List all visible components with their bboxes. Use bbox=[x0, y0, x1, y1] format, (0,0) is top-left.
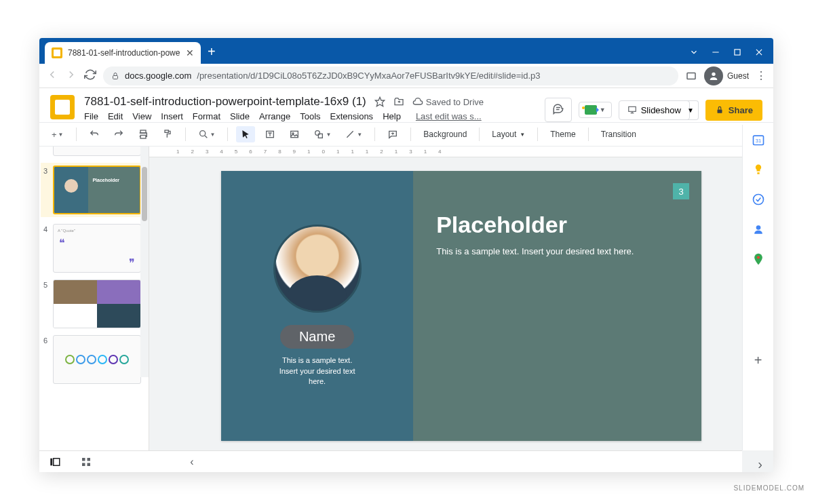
url-domain: docs.google.com bbox=[125, 71, 191, 81]
redo-button[interactable] bbox=[109, 126, 128, 142]
menu-view[interactable]: View bbox=[132, 111, 151, 121]
slide-title[interactable]: Placeholder bbox=[436, 212, 678, 238]
save-status[interactable]: Saved to Drive bbox=[412, 96, 484, 107]
profile-avatar[interactable] bbox=[704, 66, 723, 85]
slide-thumbnail[interactable]: Placeholder bbox=[53, 166, 141, 214]
browser-tab[interactable]: 7881-01-self-introduction-powe ✕ bbox=[45, 42, 201, 64]
share-button[interactable]: Share bbox=[705, 100, 762, 121]
thumb-number: 4 bbox=[43, 224, 50, 273]
url-path: /presentation/d/1D9CiL08o5T6ZzJD0xB9CYyM… bbox=[197, 71, 540, 81]
background-button[interactable]: Background bbox=[419, 127, 471, 142]
new-tab-button[interactable]: + bbox=[208, 44, 216, 60]
forward-button[interactable] bbox=[65, 69, 77, 83]
slides-favicon-icon bbox=[52, 47, 62, 58]
tab-title: 7881-01-self-introduction-powe bbox=[68, 48, 180, 58]
slide-thumbnail[interactable] bbox=[53, 279, 141, 328]
svg-point-6 bbox=[712, 72, 715, 75]
menu-file[interactable]: File bbox=[84, 111, 98, 121]
move-folder-icon[interactable] bbox=[393, 96, 404, 107]
slideshow-button[interactable]: Slideshow bbox=[619, 100, 690, 120]
comments-button[interactable] bbox=[545, 98, 572, 122]
minimize-icon[interactable] bbox=[711, 47, 720, 57]
transition-button[interactable]: Transition bbox=[597, 127, 640, 142]
svg-point-34 bbox=[756, 256, 759, 258]
menu-tools[interactable]: Tools bbox=[300, 111, 320, 121]
line-tool[interactable]: ▼ bbox=[341, 126, 366, 142]
chrome-menu-icon[interactable]: ⋮ bbox=[756, 69, 767, 82]
slides-logo-icon[interactable] bbox=[50, 95, 75, 119]
url-field[interactable]: docs.google.com/presentation/d/1D9CiL08o… bbox=[103, 66, 678, 85]
menu-arrange[interactable]: Arrange bbox=[259, 111, 290, 121]
svg-marker-7 bbox=[375, 97, 384, 106]
svg-rect-35 bbox=[50, 458, 52, 465]
zoom-button[interactable]: ▼ bbox=[194, 126, 220, 142]
maximize-icon[interactable] bbox=[733, 47, 742, 57]
print-button[interactable] bbox=[134, 126, 153, 142]
slide[interactable]: Name This is a sample text. Insert your … bbox=[221, 171, 701, 441]
reload-button[interactable] bbox=[84, 69, 96, 83]
menu-insert[interactable]: Insert bbox=[161, 111, 183, 121]
comment-tool[interactable] bbox=[383, 126, 402, 142]
canvas-viewport[interactable]: Name This is a sample text. Insert your … bbox=[149, 157, 773, 472]
slide-thumbnail[interactable] bbox=[53, 335, 141, 384]
address-bar: docs.google.com/presentation/d/1D9CiL08o… bbox=[39, 64, 773, 88]
svg-line-18 bbox=[205, 136, 207, 138]
slide-description[interactable]: This is a sample text. Insert your desir… bbox=[436, 246, 678, 256]
meet-button[interactable]: ▼ bbox=[579, 102, 612, 118]
menu-extensions[interactable]: Extensions bbox=[330, 111, 374, 121]
undo-button[interactable] bbox=[85, 126, 104, 142]
avatar-image[interactable] bbox=[273, 225, 362, 313]
scroll-right-icon[interactable]: › bbox=[758, 457, 762, 472]
filmstrip-view-icon[interactable] bbox=[49, 456, 61, 468]
keep-icon[interactable] bbox=[752, 163, 765, 176]
svg-rect-31 bbox=[757, 172, 759, 174]
textbox-tool[interactable] bbox=[260, 126, 279, 142]
toolbar: +▼ ▼ ▼ ▼ Background Layout▼ Theme Transi… bbox=[39, 122, 773, 147]
slide-number-badge: 3 bbox=[673, 183, 689, 199]
watermark: SLIDEMODEL.COM bbox=[733, 484, 805, 492]
svg-point-32 bbox=[753, 195, 763, 205]
back-button[interactable] bbox=[46, 69, 58, 83]
thumb-number: 6 bbox=[43, 335, 50, 384]
svg-rect-1 bbox=[735, 50, 740, 55]
close-tab-icon[interactable]: ✕ bbox=[186, 47, 194, 58]
browser-tab-bar: 7881-01-self-introduction-powe ✕ + bbox=[39, 38, 773, 64]
contacts-icon[interactable] bbox=[752, 222, 765, 236]
collapse-filmstrip-icon[interactable]: ‹ bbox=[190, 456, 193, 468]
select-tool[interactable] bbox=[236, 126, 255, 142]
tasks-icon[interactable] bbox=[752, 193, 765, 206]
star-icon[interactable] bbox=[374, 96, 385, 107]
slide-left-panel: Name This is a sample text. Insert your … bbox=[221, 171, 413, 441]
theme-button[interactable]: Theme bbox=[546, 127, 579, 142]
thumbnail-scrollbar[interactable] bbox=[140, 147, 149, 377]
horizontal-ruler: 1234567891011121314 bbox=[149, 147, 773, 157]
sub-text[interactable]: This is a sample text. Insert your desir… bbox=[279, 355, 355, 387]
close-window-icon[interactable] bbox=[754, 47, 764, 57]
maps-icon[interactable] bbox=[752, 252, 765, 266]
thumbnail-panel: 3 Placeholder 4 A "Quote" ❝❞ 5 6 bbox=[39, 147, 149, 472]
slideshow-dropdown[interactable]: ▼ bbox=[683, 100, 699, 120]
image-tool[interactable] bbox=[285, 126, 304, 142]
menu-help[interactable]: Help bbox=[383, 111, 401, 121]
slide-thumbnail[interactable]: A "Quote" ❝❞ bbox=[53, 224, 141, 273]
chevron-down-icon[interactable] bbox=[689, 47, 699, 57]
paint-format-button[interactable] bbox=[158, 126, 177, 142]
name-label[interactable]: Name bbox=[280, 325, 354, 349]
window-controls bbox=[689, 47, 773, 57]
last-edit-link[interactable]: Last edit was s... bbox=[416, 111, 482, 121]
calendar-icon[interactable]: 31 bbox=[752, 133, 765, 147]
shape-tool[interactable]: ▼ bbox=[309, 126, 335, 142]
svg-line-26 bbox=[347, 131, 353, 137]
slide-thumbnail[interactable] bbox=[53, 147, 141, 156]
add-addon-button[interactable]: + bbox=[754, 353, 762, 368]
new-slide-button[interactable]: +▼ bbox=[47, 127, 68, 142]
layout-button[interactable]: Layout▼ bbox=[488, 127, 529, 142]
document-title[interactable]: 7881-01-self-introduction-powerpoint-tem… bbox=[84, 95, 366, 109]
grid-view-icon[interactable] bbox=[80, 456, 92, 468]
menu-format[interactable]: Format bbox=[193, 111, 220, 121]
extensions-icon[interactable] bbox=[685, 70, 697, 82]
menu-edit[interactable]: Edit bbox=[108, 111, 123, 121]
guest-label: Guest bbox=[727, 71, 749, 81]
thumb-number: 5 bbox=[43, 279, 50, 328]
menu-slide[interactable]: Slide bbox=[230, 111, 250, 121]
